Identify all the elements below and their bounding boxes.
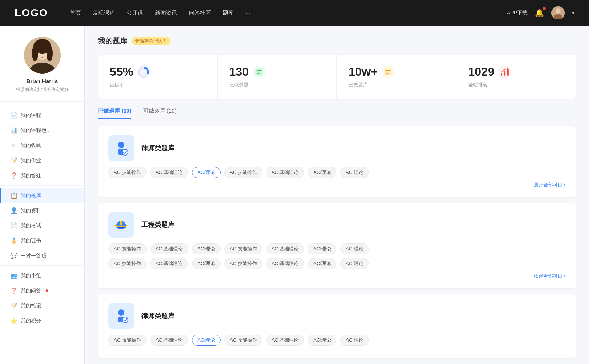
svg-rect-16 bbox=[257, 73, 260, 74]
l2-tag-2-active[interactable]: ACI理论 bbox=[192, 335, 221, 346]
collapse-link-engineer[interactable]: 收起全部科目 › bbox=[108, 273, 565, 279]
eng2-tag-6[interactable]: ACI理论 bbox=[340, 258, 369, 269]
tag-4[interactable]: ACI基础理论 bbox=[266, 167, 304, 178]
stat-done-questions: 130 已做试题 bbox=[218, 55, 337, 99]
app-download-button[interactable]: APP下载 bbox=[507, 10, 528, 16]
bank-icon-lawyer-1 bbox=[108, 135, 134, 161]
sidebar-item-course-package[interactable]: 📊 我的课程包... bbox=[0, 123, 84, 138]
nav-qa[interactable]: 问答社区 bbox=[189, 8, 211, 18]
sidebar-item-favorites[interactable]: ☆ 我的收藏 bbox=[0, 138, 84, 153]
eng-tag-1[interactable]: ACI基础理论 bbox=[150, 243, 188, 254]
svg-point-24 bbox=[118, 142, 124, 148]
tag-2-active[interactable]: ACI理论 bbox=[192, 167, 221, 178]
eng-tag-6[interactable]: ACI理论 bbox=[340, 243, 369, 254]
dropdown-arrow-icon[interactable]: ▾ bbox=[572, 10, 574, 15]
sidebar-item-notes[interactable]: 📝 我的笔记 bbox=[0, 298, 84, 313]
l2-tag-0[interactable]: ACI技能操作 bbox=[108, 335, 147, 346]
notes-icon: 📝 bbox=[10, 302, 17, 309]
questions-dot bbox=[46, 289, 48, 292]
bank-card-header-2: 工程类题库 bbox=[108, 212, 565, 238]
nav-home[interactable]: 首页 bbox=[70, 8, 81, 18]
svg-point-31 bbox=[118, 309, 124, 316]
eng2-tag-0[interactable]: ACI技能操作 bbox=[108, 258, 147, 269]
done-banks-icon bbox=[381, 65, 395, 79]
bank-title-lawyer-1: 律师类题库 bbox=[141, 144, 174, 153]
sidebar: Brian Harris 错误的决定比没有决定要好 📄 我的课程 📊 我的课程包… bbox=[0, 26, 85, 364]
question-bank-icon: 📋 bbox=[10, 192, 17, 199]
user-avatar bbox=[24, 37, 61, 74]
eng-tag-0[interactable]: ACI技能操作 bbox=[108, 243, 147, 254]
tag-3[interactable]: ACI技能操作 bbox=[224, 167, 262, 178]
eng-tag-3[interactable]: ACI技能操作 bbox=[224, 243, 262, 254]
stat-accuracy-label: 正确率 bbox=[110, 82, 205, 88]
sidebar-item-tutor[interactable]: 💬 一对一答疑 bbox=[0, 248, 84, 263]
course-package-label: 我的课程包... bbox=[21, 127, 51, 134]
l2-tag-5[interactable]: ACI理论 bbox=[308, 335, 336, 346]
eng2-tag-3[interactable]: ACI技能操作 bbox=[224, 258, 262, 269]
eng-tag-4[interactable]: ACI基础理论 bbox=[266, 243, 304, 254]
sidebar-item-points[interactable]: ⭐ 我的积分 bbox=[0, 313, 84, 328]
svg-point-26 bbox=[122, 149, 128, 155]
user-avatar-nav[interactable] bbox=[551, 6, 565, 19]
accuracy-icon bbox=[137, 65, 150, 79]
svg-rect-21 bbox=[501, 73, 502, 76]
bell-icon[interactable]: 🔔 bbox=[535, 8, 544, 17]
menu-divider-1 bbox=[0, 185, 84, 186]
navbar: LOGO 首页 发现课程 公开课 新闻资讯 问答社区 题库 ··· APP下载 … bbox=[0, 0, 589, 26]
nav-bank[interactable]: 题库 bbox=[223, 8, 234, 18]
eng2-tag-1[interactable]: ACI基础理论 bbox=[150, 258, 188, 269]
sidebar-item-exam[interactable]: 📄 我的考试 bbox=[0, 218, 84, 233]
l2-tag-3[interactable]: ACI技能操作 bbox=[224, 335, 262, 346]
eng2-tag-2[interactable]: ACI理论 bbox=[192, 258, 221, 269]
l2-tag-4[interactable]: ACI基础理论 bbox=[266, 335, 304, 346]
bank-title-lawyer-2: 律师类题库 bbox=[141, 311, 174, 320]
sidebar-item-homework[interactable]: 📝 我的作业 bbox=[0, 153, 84, 168]
nav-more[interactable]: ··· bbox=[246, 8, 250, 18]
stats-row: 55% 正确率 130 bbox=[98, 55, 576, 99]
questions-icon: ❓ bbox=[10, 287, 17, 294]
nav-discover[interactable]: 发现课程 bbox=[93, 8, 115, 18]
profile-label: 我的资料 bbox=[21, 207, 41, 214]
bank-icon-lawyer-2 bbox=[108, 303, 134, 329]
l2-tag-6[interactable]: ACI理论 bbox=[340, 335, 369, 346]
sidebar-item-group[interactable]: 👥 我的小组 bbox=[0, 268, 84, 283]
bank-icon-engineer bbox=[108, 212, 134, 238]
sidebar-item-course[interactable]: 📄 我的课程 bbox=[0, 108, 84, 123]
rank-icon bbox=[498, 65, 511, 79]
tags-row-engineer-2: ACI技能操作 ACI基础理论 ACI理论 ACI技能操作 ACI基础理论 AC… bbox=[108, 258, 565, 269]
page-title: 我的题库 bbox=[98, 36, 127, 46]
navbar-right: APP下载 🔔 ▾ bbox=[507, 6, 574, 19]
bank-card-lawyer-1: 律师类题库 ACI技能操作 ACI基础理论 ACI理论 ACI技能操作 ACI基… bbox=[98, 126, 576, 197]
eng-tag-2[interactable]: ACI理论 bbox=[192, 243, 221, 254]
eng2-tag-5[interactable]: ACI理论 bbox=[308, 258, 336, 269]
svg-rect-15 bbox=[257, 71, 261, 72]
eng-tag-5[interactable]: ACI理论 bbox=[308, 243, 336, 254]
nav-open-course[interactable]: 公开课 bbox=[127, 8, 143, 18]
user-name: Brian Harris bbox=[27, 78, 58, 84]
done-questions-icon bbox=[253, 65, 266, 79]
expand-link-lawyer-1[interactable]: 展开全部科目 › bbox=[108, 182, 565, 188]
stat-top-2: 130 bbox=[229, 65, 325, 79]
main-content: 我的题库 体验剩余23天！ 55% 正确率 bbox=[85, 26, 589, 364]
eng2-tag-4[interactable]: ACI基础理论 bbox=[266, 258, 304, 269]
tag-1[interactable]: ACI基础理论 bbox=[150, 167, 188, 178]
sidebar-item-qa[interactable]: ❓ 我的答疑 bbox=[0, 168, 84, 183]
svg-rect-19 bbox=[386, 71, 390, 72]
tag-0[interactable]: ACI技能操作 bbox=[108, 167, 147, 178]
stat-top-4: 1029 bbox=[468, 65, 564, 79]
svg-point-8 bbox=[47, 45, 53, 61]
tab-available-banks[interactable]: 可做题库 (10) bbox=[143, 107, 177, 119]
bank-card-header-3: 律师类题库 bbox=[108, 303, 565, 329]
sidebar-item-question-bank[interactable]: 📋 我的题库 bbox=[0, 188, 84, 203]
nav-news[interactable]: 新闻资讯 bbox=[155, 8, 177, 18]
sidebar-item-questions[interactable]: ❓ 我的问答 bbox=[0, 283, 84, 298]
svg-point-7 bbox=[32, 45, 38, 61]
sidebar-item-certificate[interactable]: 🏅 我的证书 bbox=[0, 233, 84, 248]
sidebar-item-profile[interactable]: 👤 我的资料 bbox=[0, 203, 84, 218]
certificate-icon: 🏅 bbox=[10, 237, 17, 244]
tag-5[interactable]: ACI理论 bbox=[308, 167, 336, 178]
tag-6[interactable]: ACI理论 bbox=[340, 167, 369, 178]
user-motto: 错误的决定比没有决定要好 bbox=[16, 86, 69, 93]
tab-done-banks[interactable]: 已做题库 (10) bbox=[98, 107, 131, 119]
l2-tag-1[interactable]: ACI基础理论 bbox=[150, 335, 188, 346]
